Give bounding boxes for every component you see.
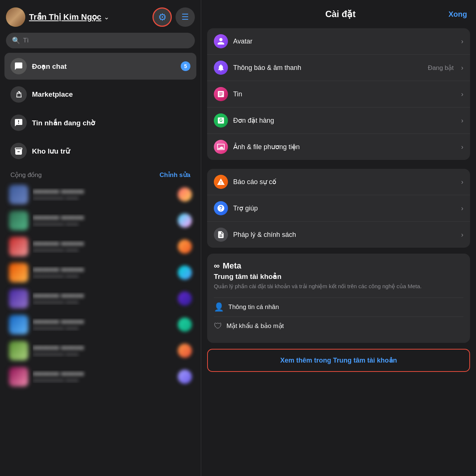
meta-link-security[interactable]: 🛡 Mật khẩu & bảo mật [214,316,463,335]
done-button[interactable]: Xong [448,10,467,19]
chat-icon [14,62,23,71]
community-title: Cộng đồng [10,171,42,179]
news-icon-container [214,87,228,101]
chevron-down-icon: ⌄ [104,13,109,21]
list-item[interactable]: xxxxxxxx xxxxxxx xxxxxxxxxxxx xxxxx [4,364,196,389]
search-icon: 🔍 [12,36,20,45]
legal-icon-container [214,228,228,242]
community-right-avatar [178,370,192,384]
community-msg: xxxxxxxxxxxx xxxxx [33,377,173,383]
hamburger-button[interactable]: ☰ [176,7,195,27]
media-icon-container [214,140,228,154]
community-right [178,318,192,332]
chevron-right-icon: › [461,64,463,72]
meta-link-personal[interactable]: 👤 Thông tin cá nhân [214,298,463,316]
settings-item-orders-label: Đơn đặt hàng [233,116,456,125]
pending-icon [14,118,23,127]
orders-icon-container [214,113,228,128]
community-right [178,213,192,228]
community-name: xxxxxxxx xxxxxxx [33,344,173,351]
community-avatar [9,315,28,334]
settings-title: Cài đặt [232,9,448,19]
settings-item-legal-label: Pháp lý & chính sách [233,231,456,239]
shield-icon: 🛡 [214,321,222,331]
menu-item-archive-label: Kho lưu trữ [32,147,190,155]
community-right [178,239,192,254]
community-name: xxxxxxxx xxxxxxx [33,266,173,273]
settings-item-orders[interactable]: Đơn đặt hàng › [207,107,470,134]
notifications-value: Đang bật [428,64,454,72]
chevron-right-icon: › [461,117,463,125]
chevron-right-icon: › [461,90,463,98]
settings-item-help[interactable]: Trợ giúp › [207,195,470,222]
bell-icon [217,64,225,72]
list-item[interactable]: xxxxxxxx xxxxxxx xxxxxxxxxxxx xxxxx [4,182,196,207]
community-name: xxxxxxxx xxxxxxx [33,188,173,195]
settings-item-media[interactable]: Ảnh & file phương tiện › [207,134,470,160]
community-msg: xxxxxxxxxxxx xxxxx [33,299,173,305]
menu-item-marketplace[interactable]: Marketplace [4,81,196,108]
community-info: xxxxxxxx xxxxxxx xxxxxxxxxxxx xxxxx [33,188,173,201]
meta-description: Quản lý phần cài đặt tài khoản và trải n… [214,282,463,291]
account-center-title: Trung tâm tài khoản [214,273,282,280]
settings-item-legal[interactable]: Pháp lý & chính sách › [207,222,470,248]
menu-item-messages[interactable]: Đoạn chat 5 [4,53,196,80]
list-item[interactable]: xxxxxxxx xxxxxxx xxxxxxxxxxxx xxxxx [4,338,196,363]
menu-item-pending[interactable]: Tin nhắn đang chờ [4,109,196,136]
community-avatar [9,185,28,204]
community-right [178,266,192,280]
list-item[interactable]: xxxxxxxx xxxxxxx xxxxxxxxxxxx xxxxx [4,312,196,337]
menu-item-archive[interactable]: Kho lưu trữ [4,138,196,164]
community-edit[interactable]: Chỉnh sửa [160,171,190,179]
settings-item-help-label: Trợ giúp [233,204,456,212]
media-icon [217,143,225,151]
community-right [178,344,192,358]
menu-item-messages-label: Đoạn chat [32,62,176,71]
community-msg: xxxxxxxxxxxx xxxxx [33,351,173,357]
list-item[interactable]: xxxxxxxx xxxxxxx xxxxxxxxxxxx xxxxx [4,208,196,233]
meta-link-security-label: Mật khẩu & bảo mật [226,322,284,330]
community-info: xxxxxxxx xxxxxxx xxxxxxxxxxxx xxxxx [33,240,173,253]
community-info: xxxxxxxx xxxxxxx xxxxxxxxxxxx xxxxx [33,292,173,305]
meta-logo-icon: ∞ [214,261,220,271]
settings-item-notifications[interactable]: Thông báo & âm thanh Đang bật › [207,55,470,81]
header: Trần Thị Kim Ngọc ⌄ ⚙ ☰ [0,0,201,33]
menu-item-pending-label: Tin nhắn đang chờ [32,119,190,127]
help-icon-container [214,201,228,215]
community-right [178,292,192,306]
community-avatar [9,211,28,230]
chevron-right-icon: › [461,38,463,45]
warning-icon-container [214,175,228,189]
meta-brand-name: Meta [223,261,241,271]
archive-icon [14,147,23,155]
user-name[interactable]: Trần Thị Kim Ngọc [29,12,102,22]
settings-item-news[interactable]: Tin › [207,81,470,107]
view-more-button[interactable]: Xem thêm trong Trung tâm tài khoản [207,349,470,372]
settings-item-avatar[interactable]: Avatar › [207,28,470,55]
list-item[interactable]: xxxxxxxx xxxxxxx xxxxxxxxxxxx xxxxx [4,234,196,259]
list-item[interactable]: xxxxxxxx xxxxxxx xxxxxxxxxxxx xxxxx [4,260,196,285]
messages-badge: 5 [181,61,190,71]
community-msg: xxxxxxxxxxxx xxxxx [33,221,173,227]
help-icon [217,204,225,212]
meta-link-personal-label: Thông tin cá nhân [228,303,279,311]
community-right [178,370,192,384]
shop-icon [14,90,23,99]
settings-item-avatar-label: Avatar [233,38,456,45]
settings-header: Cài đặt Xong [201,0,476,25]
search-bar[interactable]: 🔍 Tì [6,33,195,48]
community-name: xxxxxxxx xxxxxxx [33,214,173,221]
settings-item-report[interactable]: Báo cáo sự cố › [207,169,470,195]
orders-icon [217,116,225,125]
menu-item-marketplace-label: Marketplace [32,90,190,99]
community-name: xxxxxxxx xxxxxxx [33,370,173,377]
pending-icon-container [10,115,27,131]
community-section-header: Cộng đồng Chỉnh sửa [0,164,201,182]
list-item[interactable]: xxxxxxxx xxxxxxx xxxxxxxxxxxx xxxxx [4,286,196,311]
gear-button[interactable]: ⚙ [152,7,172,27]
community-list: xxxxxxxx xxxxxxx xxxxxxxxxxxx xxxxx xxxx… [0,182,201,476]
avatar[interactable] [6,7,25,27]
community-name: xxxxxxxx xxxxxxx [33,240,173,247]
gear-icon: ⚙ [158,12,167,23]
community-info: xxxxxxxx xxxxxxx xxxxxxxxxxxx xxxxx [33,214,173,227]
